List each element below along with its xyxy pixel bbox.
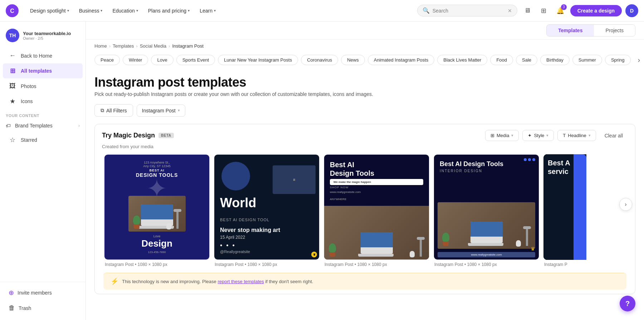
- tag-peace[interactable]: Peace: [94, 55, 120, 65]
- canva-logo[interactable]: C: [6, 4, 19, 17]
- sidebar-user-name: Your teamworkable.io: [23, 31, 80, 36]
- filter-row: ⧉ All Filters Instagram Post ▾: [86, 100, 644, 121]
- template-card-meta-3: Instagram Post • 1080 × 1080 px: [324, 260, 429, 268]
- nav-business[interactable]: Business ▾: [75, 6, 107, 16]
- breadcrumb-templates[interactable]: Templates: [113, 43, 134, 49]
- tab-templates[interactable]: Templates: [547, 25, 594, 36]
- svg-text:C: C: [10, 8, 14, 14]
- tag-animated[interactable]: Animated Instagram Posts: [368, 55, 434, 65]
- tag-winter[interactable]: Winter: [123, 55, 148, 65]
- tag-spring[interactable]: Spring: [605, 55, 631, 65]
- breadcrumb-social-media[interactable]: Social Media: [140, 43, 166, 49]
- tag-summer[interactable]: Summer: [572, 55, 602, 65]
- trash-button[interactable]: 🗑 Trash: [3, 301, 83, 315]
- sidebar-user: TH Your teamworkable.io Owner · 2/5: [0, 26, 86, 48]
- sidebar-item-back-home[interactable]: ← Back to Home: [3, 48, 83, 63]
- search-box: 🔍 ✕: [417, 5, 517, 16]
- plus-icon: ⊕: [9, 289, 14, 297]
- notification-count: 3: [561, 4, 567, 10]
- sidebar-item-brand-templates[interactable]: 🏷 Brand Templates ›: [0, 119, 86, 132]
- style-control-button[interactable]: ✦ Style ▾: [522, 130, 554, 141]
- search-input[interactable]: [433, 8, 505, 14]
- tag-love[interactable]: Love: [151, 55, 173, 65]
- magic-design-title: Try Magic Design: [102, 132, 155, 139]
- media-control-button[interactable]: ⊞ Media ▾: [485, 130, 519, 141]
- sidebar-item-all-templates[interactable]: ⊞ All templates: [3, 63, 83, 78]
- brand-icon: 🏷: [6, 123, 11, 129]
- sidebar-item-photos[interactable]: 🖼 Photos: [3, 79, 83, 93]
- nav-plans[interactable]: Plans and pricing ▾: [144, 6, 194, 16]
- template-card-image-4: Best AI Design Tools INTERIOR DESIGN: [434, 154, 539, 260]
- nav-menu: Design spotlight ▾ Business ▾ Education …: [26, 6, 413, 16]
- template-card-5-partial[interactable]: Best Aservic Instagram P: [543, 154, 586, 268]
- scroll-right-button[interactable]: ›: [619, 198, 632, 211]
- chevron-down-icon: ▾: [178, 108, 180, 113]
- tab-projects[interactable]: Projects: [594, 25, 635, 36]
- template-card-image-5: Best Aservic: [543, 154, 586, 260]
- headline-label: Headline: [568, 133, 586, 138]
- tag-sale[interactable]: Sale: [516, 55, 537, 65]
- report-link[interactable]: report these templates: [218, 279, 264, 284]
- clear-all-button[interactable]: Clear all: [600, 130, 628, 141]
- notification-text: This technology is new and improving. Pl…: [122, 279, 313, 284]
- instagram-post-filter-button[interactable]: Instagram Post ▾: [137, 105, 185, 117]
- template-card-image-1: 123 Anywhere St.,Any City, ST 12345 BEST…: [104, 154, 210, 260]
- invite-label: Invite members: [18, 290, 52, 296]
- all-filters-button[interactable]: ⧉ All Filters: [94, 104, 133, 117]
- media-icon: ⊞: [491, 133, 494, 138]
- chevron-down-icon: ▾: [101, 9, 102, 13]
- search-clear-icon[interactable]: ✕: [508, 8, 512, 14]
- brand-left: 🏷 Brand Templates: [6, 123, 53, 129]
- all-filters-label: All Filters: [106, 108, 127, 113]
- tag-birthday[interactable]: Birthday: [540, 55, 570, 65]
- nav-learn[interactable]: Learn ▾: [195, 6, 220, 16]
- magic-title-area: Try Magic Design BETA: [102, 132, 174, 139]
- sidebar-item-label: Photos: [21, 83, 36, 89]
- sidebar-item-starred[interactable]: ☆ Starred: [3, 132, 83, 147]
- template-card-3[interactable]: Best AIDesign Tools We make the magic ha…: [324, 154, 429, 268]
- tag-food[interactable]: Food: [490, 55, 513, 65]
- icons-icon: ★: [9, 97, 16, 105]
- template-card-meta-4: Instagram Post • 1080 × 1080 px: [434, 260, 539, 268]
- page-subtitle: Pick out ready-to-publish Instagram post…: [94, 91, 635, 97]
- instagram-post-label: Instagram Post: [142, 108, 176, 113]
- sidebar-item-label: Starred: [21, 137, 37, 143]
- create-design-button[interactable]: Create a design: [570, 5, 622, 16]
- breadcrumb-sep: ›: [109, 43, 111, 49]
- tag-lunar[interactable]: Lunar New Year Instagram Posts: [218, 55, 298, 65]
- invite-members-button[interactable]: ⊕ Invite members: [3, 285, 83, 300]
- nav-design-spotlight[interactable]: Design spotlight ▾: [26, 6, 73, 16]
- sidebar-item-label: Brand Templates: [15, 123, 53, 129]
- sidebar-item-icons[interactable]: ★ Icons: [3, 94, 83, 109]
- tag-sports-event[interactable]: Sports Event: [176, 55, 215, 65]
- magic-controls: ⊞ Media ▾ ✦ Style ▾ T Headline ▾ Clear: [485, 130, 628, 141]
- magic-design-panel: Try Magic Design BETA ⊞ Media ▾ ✦ Style …: [94, 124, 635, 294]
- template-card-2[interactable]: 🖥 WorldBEST AI DESIGN TOOL Never stop ma…: [214, 154, 319, 268]
- template-card-meta-1: Instagram Post • 1080 × 1080 px: [104, 260, 210, 268]
- tag-coronavirus[interactable]: Coronavirus: [301, 55, 338, 65]
- headline-control-button[interactable]: T Headline ▾: [557, 130, 596, 141]
- headline-icon: T: [563, 133, 566, 138]
- sidebar: TH Your teamworkable.io Owner · 2/5 ← Ba…: [0, 21, 86, 320]
- breadcrumb-home[interactable]: Home: [94, 43, 107, 49]
- user-avatar[interactable]: D: [625, 4, 638, 17]
- template-card-image-3: Best AIDesign Tools We make the magic ha…: [324, 154, 429, 260]
- nav-education[interactable]: Education ▾: [108, 6, 142, 16]
- help-button[interactable]: ?: [620, 296, 635, 311]
- tag-row: Peace Winter Love Sports Event Lunar New…: [86, 51, 644, 69]
- notification-button[interactable]: 🔔 3: [554, 4, 567, 17]
- breadcrumb-current: Instagram Post: [172, 43, 203, 49]
- filter-icon: ⧉: [101, 107, 104, 113]
- your-content-label: Your Content: [0, 109, 86, 119]
- tag-more-icon[interactable]: ›: [634, 54, 644, 66]
- chevron-down-icon: ▾: [188, 9, 190, 13]
- chevron-down-icon: ▾: [546, 133, 548, 138]
- monitor-icon-btn[interactable]: 🖥: [521, 4, 534, 17]
- chevron-down-icon: ▾: [136, 9, 138, 13]
- template-card-4[interactable]: Best AI Design Tools INTERIOR DESIGN: [434, 154, 539, 268]
- template-card-1[interactable]: 123 Anywhere St.,Any City, ST 12345 BEST…: [104, 154, 210, 268]
- photos-icon: 🖼: [9, 82, 16, 90]
- grid-icon-btn[interactable]: ⊞: [537, 4, 550, 17]
- tag-blm[interactable]: Black Lives Matter: [437, 55, 487, 65]
- tag-news[interactable]: News: [341, 55, 365, 65]
